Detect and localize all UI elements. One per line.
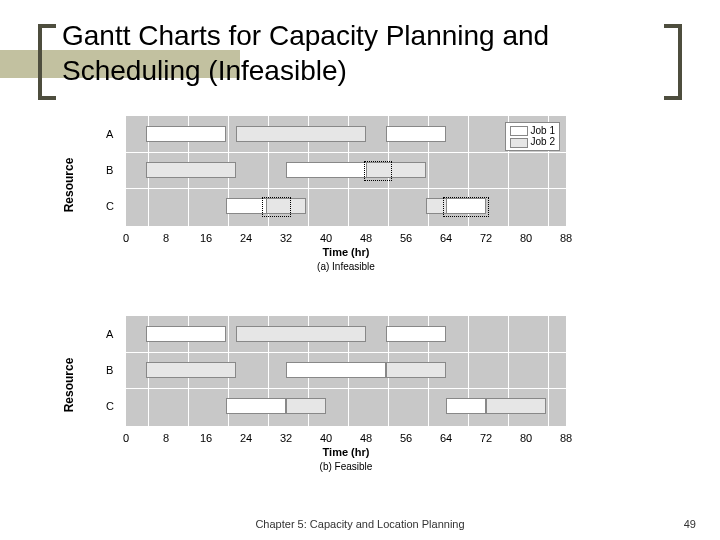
legend: Job 1 Job 2 [505, 122, 560, 151]
y-tick-a: A [106, 328, 113, 340]
bracket-right-icon [664, 24, 682, 100]
legend-label: Job 1 [531, 125, 555, 136]
bar-job1 [226, 398, 286, 414]
legend-item-job1: Job 1 [510, 125, 555, 136]
bar-job1 [446, 398, 486, 414]
footer-page-number: 49 [684, 518, 696, 530]
x-tick: 72 [480, 232, 492, 244]
x-tick: 24 [240, 232, 252, 244]
x-tick: 56 [400, 232, 412, 244]
bar-job2 [286, 398, 326, 414]
x-axis-label: Time (hr) [96, 446, 596, 458]
bar-job1 [386, 326, 446, 342]
x-tick: 48 [360, 232, 372, 244]
x-tick: 32 [280, 432, 292, 444]
plot-area-a: Job 1 Job 2 [126, 116, 566, 226]
x-tick: 88 [560, 432, 572, 444]
x-tick: 40 [320, 432, 332, 444]
slide-title: Gantt Charts for Capacity Planning and S… [62, 18, 658, 88]
legend-label: Job 2 [531, 136, 555, 147]
plot-area-b [126, 316, 566, 426]
bar-job2 [146, 362, 236, 378]
x-tick: 72 [480, 432, 492, 444]
conflict-marker [262, 197, 290, 217]
x-tick: 64 [440, 432, 452, 444]
slide: { "title": "Gantt Charts for Capacity Pl… [0, 0, 720, 540]
x-tick: 56 [400, 432, 412, 444]
gantt-chart-feasible: Resource A B C 0 8 16 24 32 40 48 56 [96, 310, 596, 460]
gantt-chart-infeasible: Resource A B C Jo [96, 110, 596, 260]
y-tick-b: B [106, 364, 113, 376]
x-tick: 8 [163, 232, 169, 244]
bar-job2 [236, 326, 366, 342]
bracket-left-icon [38, 24, 56, 100]
y-axis-label: Resource [62, 358, 76, 413]
bar-job2 [146, 162, 236, 178]
chart-subtitle: (b) Feasible [96, 461, 596, 472]
x-tick: 8 [163, 432, 169, 444]
x-tick: 16 [200, 232, 212, 244]
x-tick: 0 [123, 232, 129, 244]
bar-job1 [146, 326, 226, 342]
x-tick: 40 [320, 232, 332, 244]
bar-job2 [486, 398, 546, 414]
x-tick: 80 [520, 232, 532, 244]
x-tick: 48 [360, 432, 372, 444]
y-axis-label: Resource [62, 158, 76, 213]
chart-subtitle: (a) Infeasible [96, 261, 596, 272]
bar-job1 [146, 126, 226, 142]
x-tick: 16 [200, 432, 212, 444]
conflict-marker [443, 197, 489, 217]
y-tick-a: A [106, 128, 113, 140]
footer-chapter: Chapter 5: Capacity and Location Plannin… [0, 518, 720, 530]
x-tick: 24 [240, 432, 252, 444]
bar-job2 [386, 362, 446, 378]
bar-job1 [386, 126, 446, 142]
bar-job1 [286, 362, 386, 378]
x-tick: 0 [123, 432, 129, 444]
bar-job2 [236, 126, 366, 142]
x-tick: 32 [280, 232, 292, 244]
x-tick: 80 [520, 432, 532, 444]
y-tick-c: C [106, 400, 114, 412]
y-tick-c: C [106, 200, 114, 212]
legend-item-job2: Job 2 [510, 136, 555, 147]
y-tick-b: B [106, 164, 113, 176]
x-tick: 88 [560, 232, 572, 244]
x-tick: 64 [440, 232, 452, 244]
x-axis-label: Time (hr) [96, 246, 596, 258]
conflict-marker [364, 161, 392, 181]
